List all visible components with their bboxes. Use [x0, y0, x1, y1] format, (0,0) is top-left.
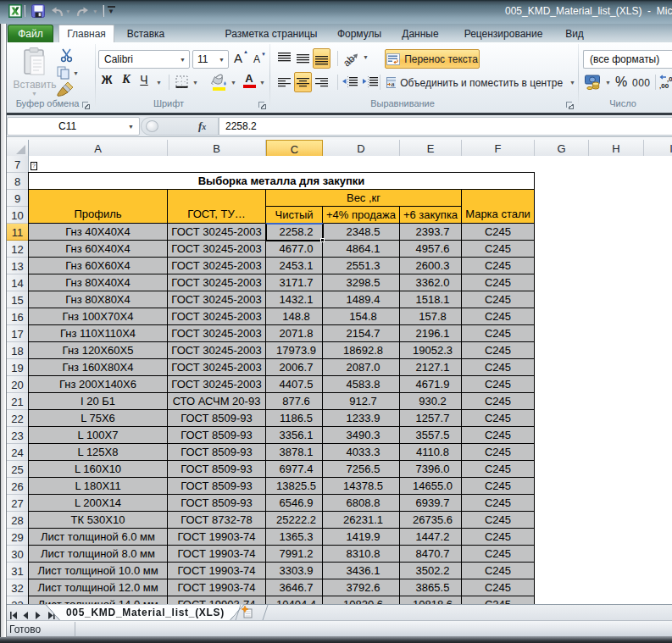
svg-text:a: a	[392, 80, 395, 88]
svg-text:,00: ,00	[659, 82, 669, 90]
